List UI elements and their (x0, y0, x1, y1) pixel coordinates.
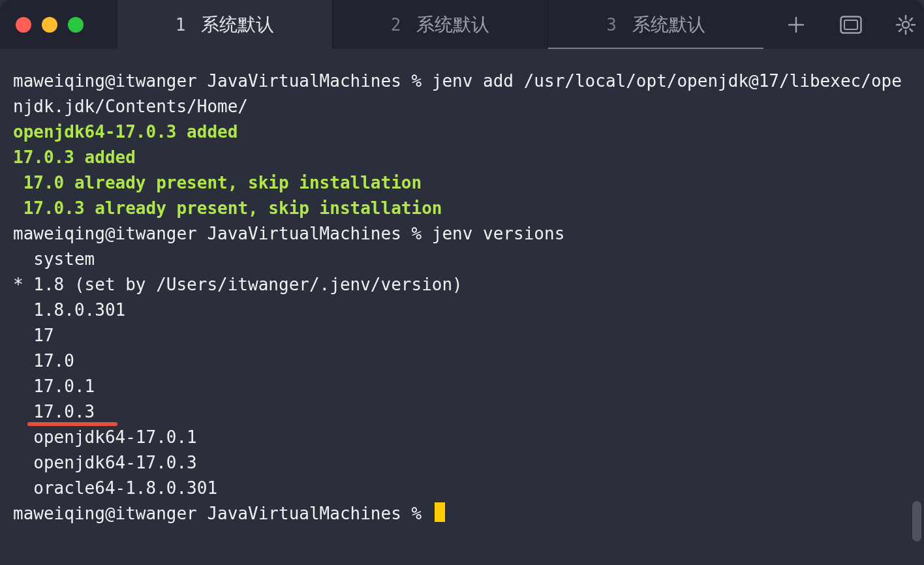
new-tab-button[interactable] (783, 12, 809, 38)
panels-button[interactable] (838, 12, 864, 38)
terminal-line: 17.0.1 (13, 374, 911, 399)
terminal-line: 17.0.3 (13, 399, 911, 425)
plus-icon (786, 15, 806, 35)
terminal-line: * 1.8 (set by /Users/itwanger/.jenv/vers… (13, 272, 911, 298)
terminal-line: 17.0.3 added (13, 145, 911, 170)
tab-index: 3 (606, 15, 617, 35)
terminal-line: system (13, 247, 911, 272)
tab-label: 系统默认 (632, 12, 705, 37)
svg-rect-1 (844, 20, 857, 29)
zoom-window-button[interactable] (68, 17, 84, 33)
scrollbar-thumb[interactable] (912, 501, 921, 542)
minimize-window-button[interactable] (42, 17, 57, 33)
tab-1[interactable]: 1系统默认 (117, 0, 333, 49)
terminal-line: openjdk64-17.0.3 added (13, 119, 911, 145)
terminal-line: 1.8.0.301 (13, 298, 911, 323)
close-window-button[interactable] (16, 17, 31, 33)
settings-button[interactable] (893, 12, 919, 38)
panels-icon (840, 16, 862, 34)
tab-index: 2 (391, 15, 401, 35)
toolbar-right (763, 0, 924, 49)
tab-bar: 1系统默认2系统默认3系统默认 (117, 0, 763, 49)
tab-label: 系统默认 (416, 12, 489, 37)
terminal-line: 17 (13, 323, 911, 348)
cursor (435, 502, 445, 522)
terminal-line: maweiqing@itwanger JavaVirtualMachines % (13, 501, 911, 527)
gear-icon (895, 14, 916, 35)
terminal-line: 17.0 already present, skip installation (13, 170, 911, 196)
tab-label: 系统默认 (201, 12, 274, 37)
tab-3[interactable]: 3系统默认 (548, 0, 763, 49)
terminal-line: openjdk64-17.0.3 (13, 450, 911, 476)
highlight-underline (27, 422, 117, 426)
terminal-line: 17.0.3 already present, skip installatio… (13, 196, 911, 221)
tab-2[interactable]: 2系统默认 (333, 0, 548, 49)
terminal-line: 17.0 (13, 348, 911, 374)
terminal-line: openjdk64-17.0.1 (13, 425, 911, 450)
terminal-line: oracle64-1.8.0.301 (13, 476, 911, 501)
window-titlebar: 1系统默认2系统默认3系统默认 (0, 0, 924, 49)
tab-index: 1 (176, 15, 186, 35)
traffic-lights (0, 0, 117, 49)
terminal-content[interactable]: maweiqing@itwanger JavaVirtualMachines %… (0, 49, 924, 565)
svg-point-2 (902, 22, 909, 28)
terminal-line: maweiqing@itwanger JavaVirtualMachines %… (13, 69, 911, 119)
terminal-line: maweiqing@itwanger JavaVirtualMachines %… (13, 221, 911, 247)
